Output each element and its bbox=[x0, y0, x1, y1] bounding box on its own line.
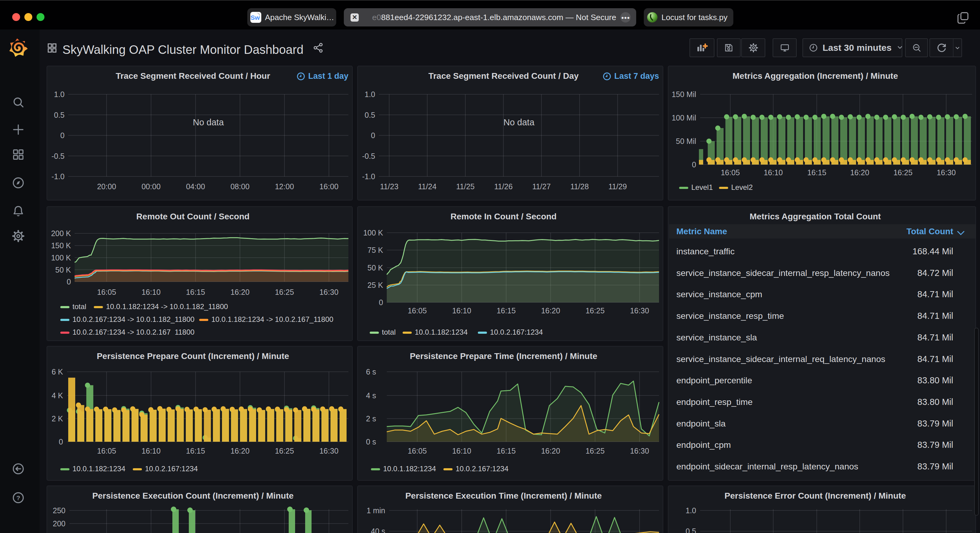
svg-text:250: 250 bbox=[52, 506, 65, 515]
svg-text:40 s: 40 s bbox=[371, 527, 385, 533]
svg-text:1 min: 1 min bbox=[367, 506, 385, 515]
svg-text:-0.5: -0.5 bbox=[51, 152, 65, 160]
svg-text:08:00: 08:00 bbox=[231, 182, 250, 191]
svg-text:0 s: 0 s bbox=[366, 438, 376, 446]
svg-text:total: total bbox=[382, 328, 396, 336]
svg-text:50 K: 50 K bbox=[368, 263, 383, 272]
svg-text:83.80 Mil: 83.80 Mil bbox=[917, 397, 953, 407]
svg-text:16:05: 16:05 bbox=[721, 168, 740, 177]
svg-text:150 K: 150 K bbox=[51, 241, 71, 250]
svg-text:10.0.2.167:1234: 10.0.2.167:1234 bbox=[490, 328, 543, 336]
svg-text:11/27: 11/27 bbox=[532, 182, 551, 191]
svg-text:16:05: 16:05 bbox=[408, 447, 427, 455]
svg-text:Total Count: Total Count bbox=[907, 227, 953, 236]
svg-text:instance_traffic: instance_traffic bbox=[676, 246, 735, 256]
svg-text:16:15: 16:15 bbox=[497, 447, 516, 455]
svg-text:service_instance_resp_time: service_instance_resp_time bbox=[676, 311, 784, 320]
svg-text:16:30: 16:30 bbox=[630, 306, 649, 315]
svg-text:11/23: 11/23 bbox=[380, 182, 399, 191]
svg-text:20:00: 20:00 bbox=[97, 182, 116, 191]
svg-text:1.0: 1.0 bbox=[54, 90, 65, 98]
svg-text:84.71 Mil: 84.71 Mil bbox=[917, 354, 953, 364]
svg-text:16:10: 16:10 bbox=[452, 306, 471, 315]
svg-text:10.0.1.182:1234 -> 10.0.1.182_: 10.0.1.182:1234 -> 10.0.1.182_11800 bbox=[106, 302, 228, 311]
svg-text:16:25: 16:25 bbox=[275, 447, 294, 455]
svg-text:0: 0 bbox=[371, 131, 375, 140]
svg-text:00:00: 00:00 bbox=[142, 182, 161, 191]
svg-text:16:20: 16:20 bbox=[541, 306, 560, 315]
svg-text:Metric Name: Metric Name bbox=[676, 227, 727, 236]
svg-text:-1.0: -1.0 bbox=[51, 172, 65, 181]
svg-text:16:05: 16:05 bbox=[97, 288, 116, 296]
svg-text:84.72 Mil: 84.72 Mil bbox=[917, 268, 953, 278]
svg-text:16:05: 16:05 bbox=[408, 306, 427, 315]
svg-text:service_instance_cpm: service_instance_cpm bbox=[676, 289, 762, 299]
svg-text:200: 200 bbox=[52, 519, 65, 528]
svg-text:0: 0 bbox=[379, 298, 383, 307]
svg-text:16:30: 16:30 bbox=[320, 288, 339, 296]
svg-text:50 K: 50 K bbox=[56, 266, 71, 274]
svg-text:150 Mil: 150 Mil bbox=[671, 90, 696, 98]
svg-text:10.0.1.182:1234: 10.0.1.182:1234 bbox=[415, 328, 468, 336]
svg-text:16:15: 16:15 bbox=[186, 447, 205, 455]
svg-text:4 K: 4 K bbox=[51, 391, 63, 400]
svg-text:total: total bbox=[73, 302, 86, 311]
svg-text:16:15: 16:15 bbox=[186, 288, 205, 296]
svg-text:11/29: 11/29 bbox=[608, 182, 627, 191]
svg-text:10.0.2.167:1234: 10.0.2.167:1234 bbox=[456, 465, 509, 473]
svg-text:?: ? bbox=[16, 494, 21, 501]
svg-text:-1.0: -1.0 bbox=[362, 172, 375, 181]
svg-text:0: 0 bbox=[67, 278, 71, 286]
svg-text:16:15: 16:15 bbox=[497, 306, 516, 315]
svg-text:16:30: 16:30 bbox=[937, 168, 956, 177]
svg-text:83.79 Mil: 83.79 Mil bbox=[917, 440, 953, 450]
svg-text:Level1: Level1 bbox=[691, 183, 713, 191]
svg-text:No data: No data bbox=[193, 117, 224, 127]
svg-text:10.0.2.167:1234 -> 10.0.1.182_: 10.0.2.167:1234 -> 10.0.1.182_11800 bbox=[73, 315, 195, 324]
svg-text:16:30: 16:30 bbox=[320, 447, 339, 455]
svg-text:endpoint_cpm: endpoint_cpm bbox=[676, 440, 731, 450]
svg-text:16:10: 16:10 bbox=[764, 168, 783, 177]
svg-text:16:20: 16:20 bbox=[850, 168, 869, 177]
svg-text:84.71 Mil: 84.71 Mil bbox=[917, 333, 953, 342]
svg-text:endpoint_resp_time: endpoint_resp_time bbox=[676, 397, 752, 407]
svg-text:200 K: 200 K bbox=[51, 229, 71, 238]
svg-text:16:25: 16:25 bbox=[275, 288, 294, 296]
svg-text:16:25: 16:25 bbox=[585, 306, 605, 315]
svg-text:0.5: 0.5 bbox=[364, 111, 375, 119]
svg-text:0: 0 bbox=[692, 160, 696, 169]
svg-text:4 s: 4 s bbox=[366, 391, 376, 400]
svg-text:16:30: 16:30 bbox=[630, 447, 649, 455]
svg-text:83.79 Mil: 83.79 Mil bbox=[917, 419, 953, 428]
svg-text:100 K: 100 K bbox=[51, 254, 71, 262]
svg-text:endpoint_sidecar_internal_resp: endpoint_sidecar_internal_resp_latency_n… bbox=[676, 462, 858, 471]
svg-text:6 K: 6 K bbox=[51, 368, 63, 376]
svg-text:16:10: 16:10 bbox=[142, 288, 161, 296]
svg-text:10.0.2.167:1234 -> 10.0.2.167_: 10.0.2.167:1234 -> 10.0.2.167_11800 bbox=[73, 328, 195, 336]
svg-text:16:20: 16:20 bbox=[231, 288, 250, 296]
svg-text:16:20: 16:20 bbox=[541, 447, 560, 455]
svg-text:16:10: 16:10 bbox=[142, 447, 161, 455]
svg-text:16:25: 16:25 bbox=[894, 168, 913, 177]
svg-text:25 K: 25 K bbox=[368, 281, 383, 289]
svg-text:10.0.1.182:1234: 10.0.1.182:1234 bbox=[383, 465, 436, 473]
svg-text:10.0.1.182:1234: 10.0.1.182:1234 bbox=[73, 465, 126, 473]
svg-text:04:00: 04:00 bbox=[186, 182, 205, 191]
svg-text:16:15: 16:15 bbox=[807, 168, 827, 177]
svg-text:84.71 Mil: 84.71 Mil bbox=[917, 311, 953, 320]
svg-text:endpoint_sla: endpoint_sla bbox=[676, 419, 726, 428]
svg-text:service_instance_sidecar_inter: service_instance_sidecar_internal_resp_l… bbox=[676, 268, 889, 278]
svg-text:0.5: 0.5 bbox=[686, 527, 696, 533]
svg-text:16:25: 16:25 bbox=[585, 447, 605, 455]
svg-text:service_instance_sidecar_inter: service_instance_sidecar_internal_req_la… bbox=[676, 354, 885, 364]
svg-text:0: 0 bbox=[59, 438, 63, 446]
svg-text:0: 0 bbox=[60, 131, 65, 140]
svg-text:16:20: 16:20 bbox=[231, 447, 250, 455]
svg-text:endpoint_percentile: endpoint_percentile bbox=[676, 375, 752, 385]
svg-text:service_instance_sla: service_instance_sla bbox=[676, 333, 757, 342]
svg-text:12:00: 12:00 bbox=[275, 182, 294, 191]
svg-text:2 s: 2 s bbox=[366, 414, 376, 423]
svg-text:1.0: 1.0 bbox=[364, 90, 375, 98]
svg-text:No data: No data bbox=[503, 117, 535, 127]
svg-text:Sw: Sw bbox=[251, 14, 260, 21]
